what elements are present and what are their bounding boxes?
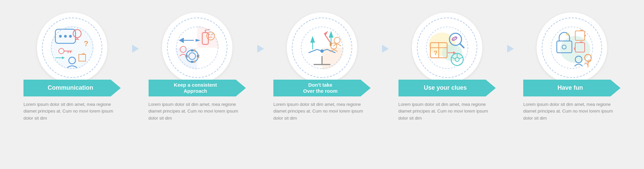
item-4-circle-inner: ? (417, 17, 477, 78)
chevron-4 (504, 43, 517, 55)
svg-point-0 (50, 26, 94, 70)
svg-marker-17 (132, 45, 139, 53)
infographic-item-2: 1 2 3 4 Keep a consistentApproach Lorem … (142, 12, 253, 122)
clues-icon: ? (424, 24, 471, 71)
svg-rect-30 (191, 61, 194, 63)
chevron-3-icon (379, 43, 391, 55)
item-3-description: Lorem ipsum dolor sit dim amet, mea regi… (273, 101, 371, 122)
item-3-title: Don't takeOver the room (300, 82, 344, 94)
item-1-circle: ? (37, 12, 107, 83)
chevron-1 (129, 43, 142, 55)
svg-marker-42 (329, 31, 333, 38)
chevron-2 (255, 43, 267, 55)
svg-point-51 (334, 37, 340, 43)
item-1-circle-inner: ? (42, 17, 102, 78)
svg-text:2: 2 (198, 55, 200, 58)
item-2-banner: Keep a consistentApproach (149, 80, 246, 96)
item-5-description: Lorem ipsum dolor sit dim amet, mea regi… (523, 101, 621, 122)
svg-marker-39 (257, 45, 264, 53)
item-2-circle-inner: 1 2 3 4 (167, 17, 227, 78)
svg-marker-72 (507, 45, 514, 53)
item-3-banner: Don't takeOver the room (273, 80, 371, 96)
item-4-circle: ? (412, 12, 482, 83)
item-5-title: Have fun (554, 84, 590, 92)
communication-icon: ? (49, 24, 96, 71)
svg-marker-40 (310, 36, 315, 43)
svg-text:★: ★ (565, 31, 570, 37)
item-5-circle: ★ (537, 12, 607, 83)
item-2-circle: 1 2 3 4 (162, 12, 232, 83)
svg-point-2 (59, 35, 62, 38)
svg-text:3: 3 (194, 60, 196, 64)
item-1-title: Communication (44, 84, 100, 92)
fun-icon: ★ (548, 24, 595, 71)
svg-text:?: ? (434, 50, 437, 56)
chevron-2-icon (255, 43, 267, 55)
svg-text:?: ? (84, 39, 88, 48)
svg-point-4 (69, 35, 72, 38)
chevron-3 (379, 43, 391, 55)
item-5-circle-inner: ★ (542, 17, 602, 78)
item-4-description: Lorem ipsum dolor sit dim amet, mea regi… (398, 101, 496, 122)
infographic-item-5: ★ Have fun Lorem ipsum dolor sit dim ame… (517, 12, 627, 122)
svg-marker-53 (382, 45, 389, 53)
consistent-icon: 1 2 3 4 (174, 24, 221, 71)
balance-icon (299, 24, 345, 71)
svg-marker-45 (324, 31, 328, 35)
svg-text:4: 4 (186, 55, 189, 58)
infographic-container: ? (7, 6, 637, 164)
svg-point-3 (64, 35, 67, 38)
item-1-description: Lorem ipsum dolor sit dim amet, mea regi… (23, 101, 121, 122)
chevron-1-icon (129, 43, 142, 55)
infographic-item-1: ? (17, 12, 127, 122)
chevron-4-icon (504, 43, 517, 55)
infographic-item-3: Don't takeOver the room Lorem ipsum dolo… (267, 12, 377, 122)
item-4-banner: Use your clues (398, 80, 496, 96)
item-3-circle-inner (292, 17, 352, 78)
item-4-title: Use your clues (420, 84, 473, 92)
svg-point-47 (320, 49, 324, 53)
svg-line-61 (460, 44, 464, 48)
infographic-item-4: ? (392, 12, 502, 122)
item-3-circle (287, 12, 357, 83)
svg-marker-24 (179, 38, 184, 43)
item-1-banner: Communication (23, 80, 121, 96)
item-2-description: Lorem ipsum dolor sit dim amet, mea regi… (149, 101, 246, 122)
svg-rect-29 (191, 49, 194, 51)
svg-text:1: 1 (194, 49, 196, 52)
item-2-title: Keep a consistentApproach (170, 82, 223, 94)
item-5-banner: Have fun (523, 80, 621, 96)
